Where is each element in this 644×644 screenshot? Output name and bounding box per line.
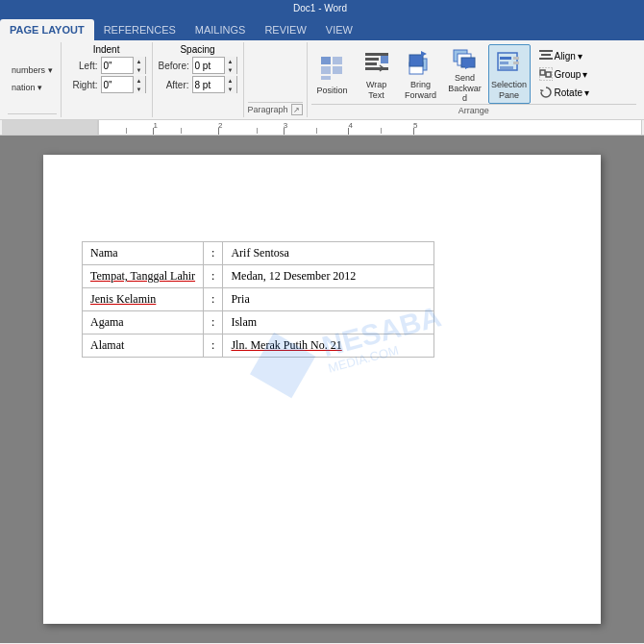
- svg-rect-9: [365, 67, 388, 70]
- svg-rect-23: [541, 54, 551, 56]
- table-row: Nama : Arif Sentosa: [83, 242, 434, 265]
- selection-pane-icon: [494, 47, 525, 78]
- svg-rect-19: [500, 66, 513, 69]
- send-backward-button[interactable]: Send Backward: [444, 44, 486, 104]
- value-agama: Islam: [223, 311, 434, 334]
- wrap-text-icon: [361, 47, 392, 78]
- rotate-icon: [539, 86, 553, 99]
- group-button[interactable]: Group ▾: [534, 65, 594, 83]
- sep-ttl: :: [204, 265, 223, 288]
- indent-right-up[interactable]: ▲: [134, 76, 145, 85]
- svg-rect-4: [321, 76, 331, 80]
- doc-page: NESABA MEDIA.COM Nama : Arif Sentosa Tem…: [43, 155, 601, 624]
- align-icon: [539, 49, 553, 62]
- bring-forward-button[interactable]: Bring Forward: [400, 44, 442, 104]
- spacing-before-input[interactable]: ▲ ▼: [192, 57, 237, 74]
- title-text: Doc1 - Word: [0, 3, 640, 13]
- rotate-button[interactable]: Rotate ▾: [534, 84, 594, 101]
- svg-rect-17: [500, 57, 511, 60]
- spacing-before-label: Before:: [159, 61, 189, 71]
- position-button[interactable]: Position: [311, 44, 354, 104]
- indent-left-input[interactable]: ▲ ▼: [101, 57, 146, 74]
- indent-title: Indent: [67, 44, 146, 55]
- wrap-text-label: Wrap Text: [359, 80, 395, 101]
- bring-forward-icon: [406, 47, 436, 78]
- wrap-text-button[interactable]: Wrap Text: [356, 44, 398, 104]
- paragraph-label: Paragraph: [248, 105, 288, 114]
- rotate-label: Rotate: [555, 87, 582, 98]
- spacing-after-input[interactable]: ▲ ▼: [192, 76, 237, 93]
- doc-table: Nama : Arif Sentosa Tempat, Tanggal Lahi…: [82, 241, 434, 358]
- spacing-title: Spacing: [159, 44, 237, 55]
- svg-rect-26: [546, 72, 551, 77]
- indent-left-label: Left:: [67, 61, 98, 71]
- ruler: 1 2 3 4 5: [0, 120, 644, 136]
- svg-rect-12: [409, 55, 423, 66]
- sep-alamat: :: [204, 334, 223, 358]
- svg-rect-24: [539, 58, 553, 60]
- label-ttl: Tempat, Tanggal Lahir: [83, 265, 204, 288]
- svg-rect-7: [381, 56, 388, 63]
- value-nama: Arif Sentosa: [223, 242, 434, 265]
- svg-rect-20: [513, 57, 519, 60]
- value-alamat: Jln. Merak Putih No. 21: [223, 334, 434, 358]
- svg-rect-2: [321, 66, 331, 74]
- sep-agama: :: [204, 311, 223, 334]
- value-jk: Pria: [223, 288, 434, 311]
- sep-nama: :: [204, 242, 223, 265]
- spacing-before-up[interactable]: ▲: [225, 57, 236, 65]
- svg-rect-21: [513, 62, 519, 64]
- indent-left-down[interactable]: ▼: [134, 65, 145, 74]
- indent-right-down[interactable]: ▼: [134, 85, 145, 93]
- title-bar: Doc1 - Word: [0, 0, 644, 15]
- tab-references[interactable]: REFERENCES: [94, 19, 186, 40]
- send-backward-icon: [450, 44, 481, 71]
- svg-rect-25: [540, 70, 545, 75]
- selection-pane-label: Selection Pane: [491, 80, 528, 101]
- tab-view[interactable]: VIEW: [316, 19, 362, 40]
- doc-area: NESABA MEDIA.COM Nama : Arif Sentosa Tem…: [0, 136, 644, 643]
- label-nama: Nama: [83, 242, 204, 265]
- spacing-group: Spacing Before: ▲ ▼ After:: [153, 42, 244, 117]
- tab-review[interactable]: REVIEW: [255, 19, 315, 40]
- spacing-after-up[interactable]: ▲: [225, 76, 236, 85]
- table-row: Agama : Islam: [83, 311, 434, 334]
- paragraph-expand-button[interactable]: ↗: [291, 104, 303, 115]
- orientation-button[interactable]: nation ▾: [8, 80, 57, 95]
- group-label: Group: [555, 69, 582, 80]
- align-label: Align: [555, 51, 576, 62]
- label-jk: Jenis Kelamin: [83, 288, 204, 311]
- send-backward-label: Send Backward: [447, 73, 483, 104]
- ribbon: numbers ▾ nation ▾ Indent Left: ▲ ▼: [0, 40, 644, 120]
- align-button[interactable]: Align ▾: [534, 47, 594, 64]
- indent-right-label: Right:: [67, 80, 98, 90]
- value-ttl: Medan, 12 Desember 2012: [223, 265, 434, 288]
- selection-pane-button[interactable]: Selection Pane: [488, 44, 531, 104]
- svg-rect-0: [321, 57, 331, 64]
- align-group-rotate-col: Align ▾ Group ▾: [533, 45, 596, 103]
- indent-left-up[interactable]: ▲: [134, 57, 145, 65]
- table-row: Tempat, Tanggal Lahir : Medan, 12 Desemb…: [83, 265, 434, 288]
- spacing-after-label: After:: [159, 80, 189, 90]
- tab-bar: PAGE LAYOUT REFERENCES MAILINGS REVIEW V…: [0, 15, 644, 40]
- spacing-after-down[interactable]: ▼: [225, 85, 236, 93]
- indent-right-input[interactable]: ▲ ▼: [101, 76, 146, 93]
- arrange-label: Arrange: [311, 104, 636, 115]
- indent-group: Indent Left: ▲ ▼ Right:: [62, 42, 153, 117]
- group-icon: [539, 67, 553, 81]
- arrange-section: Position Wrap Text: [308, 42, 640, 117]
- sep-jk: :: [204, 288, 223, 311]
- svg-rect-18: [500, 62, 508, 64]
- position-label: Position: [317, 86, 348, 96]
- numbers-group: numbers ▾ nation ▾: [4, 42, 62, 117]
- svg-rect-8: [365, 62, 377, 65]
- tab-page-layout[interactable]: PAGE LAYOUT: [0, 19, 94, 40]
- spacing-before-down[interactable]: ▼: [225, 65, 236, 74]
- table-row: Alamat : Jln. Merak Putih No. 21: [83, 334, 434, 358]
- bring-forward-label: Bring Forward: [403, 80, 439, 101]
- table-row: Jenis Kelamin : Pria: [83, 288, 434, 311]
- svg-rect-6: [365, 58, 379, 61]
- numbers-button[interactable]: numbers ▾: [8, 62, 57, 78]
- position-icon: [317, 53, 348, 84]
- tab-mailings[interactable]: MAILINGS: [186, 19, 256, 40]
